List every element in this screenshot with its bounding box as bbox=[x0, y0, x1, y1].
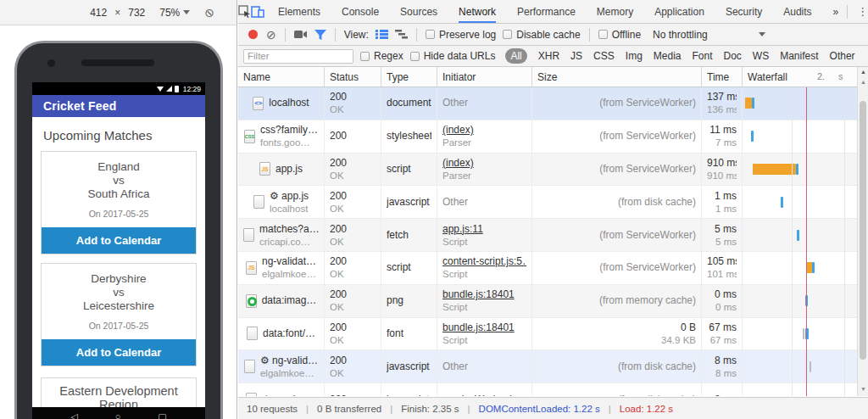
preserve-log-checkbox[interactable]: Preserve log bbox=[426, 29, 496, 41]
column-header-status[interactable]: Status bbox=[325, 67, 381, 87]
capture-screenshots-icon[interactable] bbox=[294, 30, 308, 39]
column-header-size[interactable]: Size bbox=[532, 67, 702, 87]
file-icon bbox=[244, 360, 255, 373]
column-header-type[interactable]: Type bbox=[381, 67, 437, 87]
filter-pill-doc[interactable]: Doc bbox=[724, 50, 742, 62]
throttle-block-icon[interactable]: ⊘ bbox=[204, 6, 214, 20]
regex-checkbox[interactable]: Regex bbox=[360, 50, 403, 62]
scrollbar[interactable]: ▲ ▲ ▼ bbox=[857, 67, 868, 396]
waterfall-bar bbox=[743, 87, 868, 120]
tab-application[interactable]: Application bbox=[654, 0, 704, 23]
column-header-waterfall[interactable]: Waterfall bbox=[743, 67, 868, 87]
match-date: On 2017-05-25 bbox=[42, 209, 196, 219]
column-header-name[interactable]: Name bbox=[238, 67, 325, 87]
tab-memory[interactable]: Memory bbox=[597, 0, 633, 23]
waterfall-bar bbox=[743, 219, 868, 251]
back-button[interactable]: ◁ bbox=[70, 412, 77, 419]
divider bbox=[847, 5, 848, 19]
table-row[interactable]: JSng-validat…elgalmkoe… 200OK script con… bbox=[238, 252, 868, 285]
filter-pill-xhr[interactable]: XHR bbox=[538, 50, 559, 62]
file-icon bbox=[253, 195, 264, 209]
tabs-overflow-chevron[interactable]: » bbox=[833, 6, 839, 18]
tab-performance[interactable]: Performance bbox=[517, 0, 576, 23]
tab-security[interactable]: Security bbox=[726, 0, 762, 23]
overview-view-icon[interactable] bbox=[395, 30, 408, 39]
divider: | bbox=[468, 404, 470, 414]
record-button[interactable] bbox=[248, 30, 258, 39]
home-button[interactable]: ○ bbox=[115, 412, 121, 419]
filter-pill-manifest[interactable]: Manifest bbox=[780, 50, 818, 62]
scroll-up-icon[interactable]: ▲ bbox=[858, 67, 868, 77]
recents-button[interactable]: ▢ bbox=[158, 412, 166, 419]
device-toolbar-toggle-icon[interactable] bbox=[251, 0, 264, 23]
filter-pill-font[interactable]: Font bbox=[693, 50, 713, 62]
tab-audits[interactable]: Audits bbox=[783, 0, 811, 23]
waterfall-bar bbox=[743, 186, 868, 218]
cell-signal-icon bbox=[166, 86, 172, 92]
requests-count: 10 requests bbox=[247, 404, 298, 414]
filter-pill-js[interactable]: JS bbox=[570, 50, 582, 62]
zoom-select[interactable]: 75% bbox=[159, 7, 190, 19]
section-title: Upcoming Matches bbox=[43, 128, 205, 142]
add-to-calendar-button[interactable]: Add to Calendar bbox=[42, 227, 196, 254]
requests-table: Name Status Type Initiator Size Time Wat… bbox=[238, 67, 868, 396]
battery-icon bbox=[175, 86, 179, 92]
table-row[interactable]: CSScss?family…fonts.goo… 200 stylesheet … bbox=[238, 120, 868, 154]
match-teams: Derbyshire vs Leicestershire bbox=[42, 264, 196, 313]
android-statusbar: 12:29 bbox=[32, 82, 205, 95]
divider bbox=[335, 28, 336, 42]
filter-funnel-icon[interactable] bbox=[314, 30, 326, 40]
filter-pill-all[interactable]: All bbox=[505, 48, 526, 64]
table-row[interactable]: ⚙ ng-valid…elgalmkoe… 200OK javascript O… bbox=[238, 350, 868, 383]
scroll-up-icon[interactable]: ▲ bbox=[858, 77, 868, 87]
network-filterbar: Regex Hide data URLs All XHR JS CSS Img … bbox=[238, 46, 868, 67]
waterfall-bar bbox=[743, 383, 868, 396]
column-header-time[interactable]: Time bbox=[702, 67, 743, 87]
add-to-calendar-button[interactable]: Add to Calendar bbox=[42, 339, 196, 366]
tab-sources[interactable]: Sources bbox=[400, 0, 437, 23]
inspect-element-icon[interactable] bbox=[238, 0, 251, 23]
match-card: England vs South Africa On 2017-05-25 Ad… bbox=[41, 151, 197, 254]
filter-pill-media[interactable]: Media bbox=[654, 50, 682, 62]
offline-checkbox[interactable]: Offline bbox=[598, 29, 641, 41]
view-label: View: bbox=[344, 29, 369, 41]
large-rows-view-icon[interactable] bbox=[376, 30, 388, 39]
network-toolbar: ⊘ View: Preserve log Disab bbox=[238, 24, 868, 46]
table-row[interactable]: <>localhost 200OK document Other (from S… bbox=[238, 87, 868, 120]
match-card: Derbyshire vs Leicestershire On 2017-05-… bbox=[41, 263, 197, 366]
chevron-down-icon bbox=[759, 32, 765, 36]
device-width-field[interactable]: 412 bbox=[90, 7, 107, 19]
table-row[interactable]: matches?a…cricapi.co… 200OK fetch app.js… bbox=[238, 219, 868, 252]
table-row[interactable]: data:font/… 200OK font bundle.js:18401Sc… bbox=[238, 318, 868, 351]
device-height-field[interactable]: 732 bbox=[128, 7, 145, 19]
filter-input[interactable] bbox=[243, 49, 353, 64]
tab-console[interactable]: Console bbox=[342, 0, 379, 23]
throttling-select[interactable]: No throttling bbox=[653, 29, 765, 41]
app-title: Cricket Feed bbox=[43, 99, 116, 113]
disable-cache-checkbox[interactable]: Disable cache bbox=[503, 29, 580, 41]
transferred-size: 0 B transferred bbox=[317, 404, 381, 414]
filter-pill-css[interactable]: CSS bbox=[593, 50, 615, 62]
finish-time: Finish: 2.35 s bbox=[401, 404, 459, 414]
match-date: On 2017-05-25 bbox=[42, 321, 196, 331]
table-row[interactable]: data:imag… 200OK png bundle.js:18401Scri… bbox=[238, 285, 868, 318]
filter-pill-other[interactable]: Other bbox=[830, 50, 855, 62]
hide-data-urls-checkbox[interactable]: Hide data URLs bbox=[410, 50, 496, 62]
column-header-initiator[interactable]: Initiator bbox=[437, 67, 532, 87]
tab-network[interactable]: Network bbox=[459, 0, 496, 23]
tab-elements[interactable]: Elements bbox=[278, 0, 320, 23]
table-row[interactable]: ⚙ service… 200 javascript serviceWorker.… bbox=[238, 383, 868, 396]
more-menu-icon[interactable]: ⋮ bbox=[851, 5, 868, 18]
device-emulation-pane: 412 × 732 75% ⊘ 12:29 Cricket Feed bbox=[0, 0, 237, 419]
waterfall-bar bbox=[743, 350, 868, 383]
checkbox-icon bbox=[503, 30, 512, 39]
scrollbar-thumb[interactable] bbox=[860, 101, 866, 360]
table-row[interactable]: ⚙ app.jslocalhost 200OK javascript Other… bbox=[238, 186, 868, 219]
waterfall-bar bbox=[743, 252, 868, 284]
filter-pill-img[interactable]: Img bbox=[626, 50, 643, 62]
scroll-down-icon[interactable]: ▼ bbox=[858, 384, 868, 394]
match-teams: England vs South Africa bbox=[42, 152, 196, 201]
filter-pill-ws[interactable]: WS bbox=[753, 50, 769, 62]
clear-icon[interactable]: ⊘ bbox=[266, 28, 276, 42]
table-row[interactable]: JSapp.js 200OK script (index)Parser (fro… bbox=[238, 154, 868, 187]
